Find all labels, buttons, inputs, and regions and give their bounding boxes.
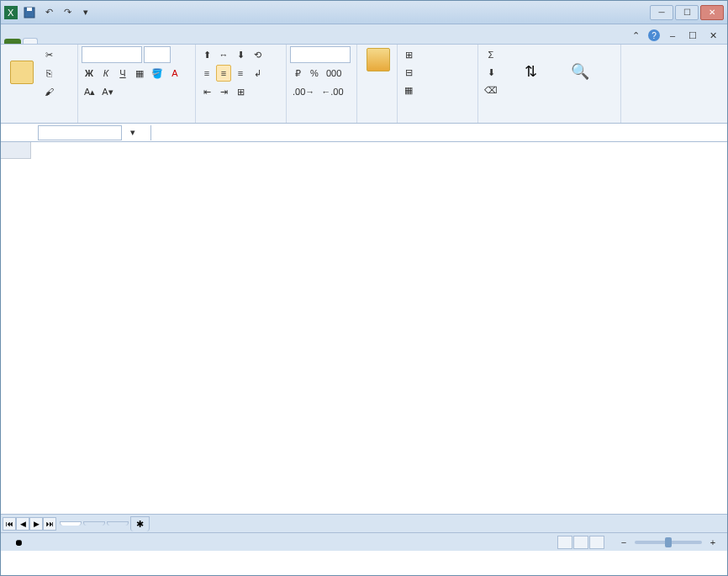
- align-top-icon[interactable]: ⬆: [199, 46, 214, 63]
- align-bottom-icon[interactable]: ⬇: [233, 46, 248, 63]
- shrink-font-icon[interactable]: A▾: [99, 83, 115, 100]
- styles-button[interactable]: [361, 46, 396, 75]
- name-box-dropdown-icon[interactable]: ▾: [125, 124, 140, 141]
- zoom-slider[interactable]: [635, 541, 702, 544]
- close-button[interactable]: ✕: [700, 5, 724, 20]
- sheet-tab-2[interactable]: [83, 521, 105, 526]
- page-break-view-icon[interactable]: [589, 536, 604, 549]
- tab-data[interactable]: [78, 39, 92, 44]
- paste-button[interactable]: [4, 59, 40, 87]
- tab-home[interactable]: [23, 38, 38, 44]
- find-select-button[interactable]: 🔍: [557, 61, 603, 84]
- formula-input[interactable]: [150, 125, 727, 140]
- insert-cells-button[interactable]: ⊞: [401, 46, 416, 63]
- sheet-tab-1[interactable]: [60, 521, 82, 526]
- qat-dropdown-icon[interactable]: ▾: [78, 4, 93, 21]
- svg-rect-3: [27, 8, 32, 11]
- doc-restore-icon[interactable]: –: [665, 27, 680, 44]
- format-cells-button[interactable]: ▦: [401, 82, 416, 98]
- maximize-button[interactable]: ☐: [675, 5, 699, 20]
- sheet-nav-first-icon[interactable]: ⏮: [3, 517, 16, 531]
- excel-icon: X: [4, 6, 18, 19]
- clear-icon[interactable]: ⌫: [482, 82, 500, 98]
- window-controls: ─ ☐ ✕: [650, 5, 724, 20]
- styles-icon: [367, 48, 390, 71]
- sheet-nav-prev-icon[interactable]: ◀: [16, 517, 29, 531]
- sheet-tab-bar: ⏮ ◀ ▶ ⏭ ✱: [1, 514, 727, 532]
- copy-icon[interactable]: ⎘: [41, 65, 56, 82]
- underline-button[interactable]: Ч: [115, 65, 130, 82]
- status-bar: ⏺ − +: [1, 532, 727, 551]
- tab-abbyy[interactable]: [159, 39, 172, 44]
- increase-indent-icon[interactable]: ⇥: [216, 83, 231, 100]
- increase-decimal-icon[interactable]: .00→: [290, 83, 317, 100]
- fill-color-button[interactable]: 🪣: [149, 65, 166, 82]
- align-left-icon[interactable]: ≡: [199, 65, 214, 82]
- sort-icon: ⇅: [525, 62, 537, 81]
- percent-icon[interactable]: %: [307, 65, 322, 82]
- tab-developer[interactable]: [119, 39, 132, 44]
- cut-icon[interactable]: ✂: [41, 46, 56, 63]
- autosum-icon[interactable]: Σ: [482, 46, 500, 63]
- tab-layout[interactable]: [51, 39, 65, 44]
- clipboard-icon: [10, 61, 34, 84]
- align-center-icon[interactable]: ≡: [216, 65, 231, 82]
- font-size-combo[interactable]: [144, 46, 171, 63]
- bold-button[interactable]: Ж: [82, 65, 97, 82]
- doc-window-icon[interactable]: ☐: [685, 27, 700, 44]
- tab-review[interactable]: [92, 39, 105, 44]
- font-color-button[interactable]: A: [167, 65, 182, 82]
- ribbon-minimize-icon[interactable]: ⌃: [628, 27, 643, 44]
- spreadsheet-grid: [1, 142, 727, 514]
- orientation-icon[interactable]: ⟲: [250, 46, 265, 63]
- redo-icon[interactable]: ↷: [60, 4, 75, 21]
- sheet-nav-next-icon[interactable]: ▶: [29, 517, 43, 531]
- svg-text:X: X: [8, 8, 14, 18]
- tab-view[interactable]: [105, 39, 119, 44]
- font-name-combo[interactable]: [82, 46, 142, 63]
- ribbon-tabs: ⌃ ? – ☐ ✕: [1, 24, 727, 45]
- formula-bar: ▾: [1, 124, 727, 142]
- italic-button[interactable]: К: [98, 65, 113, 82]
- undo-icon[interactable]: ↶: [41, 4, 56, 21]
- grow-font-icon[interactable]: A▴: [82, 83, 98, 100]
- minimize-button[interactable]: ─: [650, 5, 673, 20]
- doc-close-icon[interactable]: ✕: [705, 27, 720, 44]
- currency-icon[interactable]: ₽: [290, 65, 305, 82]
- decrease-indent-icon[interactable]: ⇤: [199, 83, 214, 100]
- comma-icon[interactable]: 000: [324, 65, 344, 82]
- delete-cells-button[interactable]: ⊟: [401, 64, 416, 81]
- find-icon: 🔍: [571, 62, 589, 81]
- zoom-in-button[interactable]: +: [705, 534, 720, 551]
- align-middle-icon[interactable]: ↔: [216, 46, 231, 63]
- merge-icon[interactable]: ⊞: [233, 83, 248, 100]
- border-button[interactable]: ▦: [132, 65, 147, 82]
- help-icon[interactable]: ?: [648, 29, 660, 41]
- page-layout-view-icon[interactable]: [573, 536, 588, 549]
- sheet-tab-3[interactable]: [107, 521, 129, 526]
- sheet-nav-last-icon[interactable]: ⏭: [43, 517, 56, 531]
- save-icon[interactable]: [21, 4, 38, 21]
- ribbon: ✂ ⎘ 🖌 Ж К Ч ▦ 🪣 A A▴ A▾ ⬆ ↔ ⬇: [1, 45, 727, 124]
- name-box[interactable]: [38, 125, 122, 140]
- select-all-corner[interactable]: [1, 142, 31, 159]
- new-sheet-button[interactable]: ✱: [130, 516, 150, 531]
- tab-addins[interactable]: [132, 39, 145, 44]
- file-tab[interactable]: [4, 39, 21, 44]
- title-bar: X ↶ ↷ ▾ ─ ☐ ✕: [1, 1, 727, 24]
- tab-formulas[interactable]: [65, 39, 78, 44]
- sort-filter-button[interactable]: ⇅: [505, 61, 556, 84]
- decrease-decimal-icon[interactable]: ←.00: [319, 83, 346, 100]
- align-right-icon[interactable]: ≡: [233, 65, 248, 82]
- tab-foxit[interactable]: [145, 39, 159, 44]
- number-format-combo[interactable]: [290, 46, 351, 63]
- zoom-out-button[interactable]: −: [616, 534, 631, 551]
- normal-view-icon[interactable]: [557, 536, 572, 549]
- tab-insert[interactable]: [38, 39, 51, 44]
- format-painter-icon[interactable]: 🖌: [41, 83, 56, 100]
- fill-icon[interactable]: ⬇: [482, 64, 500, 81]
- quick-access-toolbar: X ↶ ↷ ▾: [4, 4, 93, 21]
- wrap-text-icon[interactable]: ↲: [250, 65, 265, 82]
- macro-record-icon[interactable]: ⏺: [14, 537, 24, 547]
